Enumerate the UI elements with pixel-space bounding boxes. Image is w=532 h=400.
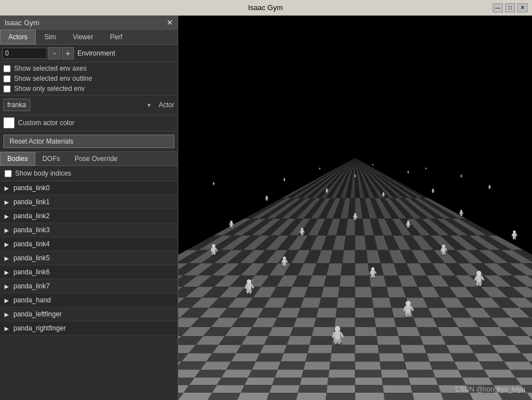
- body-list-item[interactable]: ▶ panda_link4: [0, 237, 178, 251]
- show-env-outline-checkbox[interactable]: [3, 75, 11, 82]
- body-name: panda_rightfinger: [13, 324, 66, 332]
- actor-label: Actor: [159, 101, 174, 109]
- body-list-item[interactable]: ▶ panda_link7: [0, 279, 178, 293]
- body-name: panda_link4: [13, 240, 50, 248]
- env-checkboxes-section: Show selected env axes Show selected env…: [0, 62, 178, 95]
- body-list-item[interactable]: ▶ panda_link3: [0, 223, 178, 237]
- show-env-axes-label: Show selected env axes: [14, 65, 86, 72]
- panel-header: Isaac Gym ✕: [0, 16, 178, 30]
- play-icon: ▶: [4, 227, 9, 233]
- play-icon: ▶: [4, 255, 9, 261]
- play-icon: ▶: [4, 297, 9, 304]
- body-name: panda_link0: [13, 184, 50, 192]
- body-list-item[interactable]: ▶ panda_link6: [0, 265, 178, 279]
- tab-viewer[interactable]: Viewer: [64, 30, 101, 44]
- tab-bodies[interactable]: Bodies: [0, 152, 35, 165]
- close-window-button[interactable]: ✕: [517, 3, 528, 12]
- play-icon: ▶: [4, 241, 9, 247]
- title-bar-title: Isaac Gym: [38, 3, 493, 12]
- play-icon: ▶: [4, 283, 9, 289]
- environment-label: Environment: [77, 49, 115, 57]
- show-env-outline-row: Show selected env outline: [3, 75, 174, 82]
- tab-sim[interactable]: Sim: [36, 30, 64, 44]
- body-name: panda_link2: [13, 212, 50, 220]
- body-list-item[interactable]: ▶ panda_leftfinger: [0, 307, 178, 321]
- play-icon: ▶: [4, 325, 9, 332]
- body-list-item[interactable]: ▶ panda_rightfinger: [0, 321, 178, 335]
- main-tab-row: Actors Sim Viewer Perf: [0, 30, 178, 45]
- reset-actor-materials-button[interactable]: Reset Actor Materials: [3, 135, 174, 148]
- body-name: panda_link3: [13, 226, 50, 234]
- tab-perf[interactable]: Perf: [101, 30, 131, 44]
- play-icon: ▶: [4, 269, 9, 275]
- actor-dropdown-wrapper: franka ▼: [3, 99, 155, 111]
- title-bar: Isaac Gym — □ ✕: [0, 0, 532, 16]
- body-list-item[interactable]: ▶ panda_link0: [0, 181, 178, 195]
- actor-dropdown[interactable]: franka: [3, 99, 30, 111]
- body-list-item[interactable]: ▶ panda_hand: [0, 293, 178, 307]
- dropdown-arrow-icon: ▼: [146, 102, 152, 108]
- environment-row: - + Environment: [0, 45, 178, 62]
- viewport: CSDN @hongliyu_lviyu: [178, 16, 532, 400]
- play-icon: ▶: [4, 185, 9, 191]
- left-panel: Isaac Gym ✕ Actors Sim Viewer Perf - + E…: [0, 16, 178, 400]
- minimize-button[interactable]: —: [493, 3, 503, 12]
- show-body-indices-checkbox[interactable]: [4, 170, 12, 177]
- main-layout: Isaac Gym ✕ Actors Sim Viewer Perf - + E…: [0, 16, 532, 400]
- title-bar-controls: — □ ✕: [493, 3, 528, 12]
- body-name: panda_leftfinger: [13, 310, 62, 318]
- play-icon: ▶: [4, 199, 9, 205]
- env-minus-button[interactable]: -: [48, 47, 61, 59]
- custom-color-label: Custom actor color: [18, 119, 75, 127]
- play-icon: ▶: [4, 213, 9, 219]
- tab-dofs[interactable]: DOFs: [35, 152, 67, 165]
- show-env-axes-checkbox[interactable]: [3, 65, 11, 72]
- panel-title: Isaac Gym: [4, 19, 39, 27]
- environment-input[interactable]: [2, 48, 47, 59]
- show-env-axes-row: Show selected env axes: [3, 65, 174, 72]
- body-list-item[interactable]: ▶ panda_link1: [0, 195, 178, 209]
- body-name: panda_link1: [13, 198, 50, 206]
- body-name: panda_link6: [13, 268, 50, 276]
- body-indices-row: Show body indices: [0, 166, 178, 181]
- actor-row: franka ▼ Actor: [0, 95, 178, 115]
- body-list-item[interactable]: ▶ panda_link5: [0, 251, 178, 265]
- body-name: panda_link7: [13, 282, 50, 290]
- tab-pose-override[interactable]: Pose Override: [67, 152, 125, 165]
- panel-close-button[interactable]: ✕: [166, 18, 173, 27]
- show-only-env-row: Show only selected env: [3, 85, 174, 93]
- custom-color-row: Custom actor color: [0, 115, 178, 131]
- maximize-button[interactable]: □: [505, 3, 515, 12]
- body-name: panda_hand: [13, 296, 51, 304]
- play-icon: ▶: [4, 311, 9, 318]
- body-list: ▶ panda_link0 ▶ panda_link1 ▶ panda_link…: [0, 181, 178, 400]
- show-body-indices-label: Show body indices: [15, 169, 71, 177]
- sub-tab-row: Bodies DOFs Pose Override: [0, 151, 178, 166]
- color-picker-box[interactable]: [3, 117, 15, 128]
- body-list-item[interactable]: ▶ panda_link2: [0, 209, 178, 223]
- tab-actors[interactable]: Actors: [0, 30, 36, 44]
- show-only-env-checkbox[interactable]: [3, 85, 11, 93]
- body-name: panda_link5: [13, 254, 50, 262]
- viewport-canvas: [178, 16, 532, 400]
- show-env-outline-label: Show selected env outline: [14, 75, 92, 82]
- show-only-env-label: Show only selected env: [14, 85, 85, 93]
- env-plus-button[interactable]: +: [62, 47, 74, 59]
